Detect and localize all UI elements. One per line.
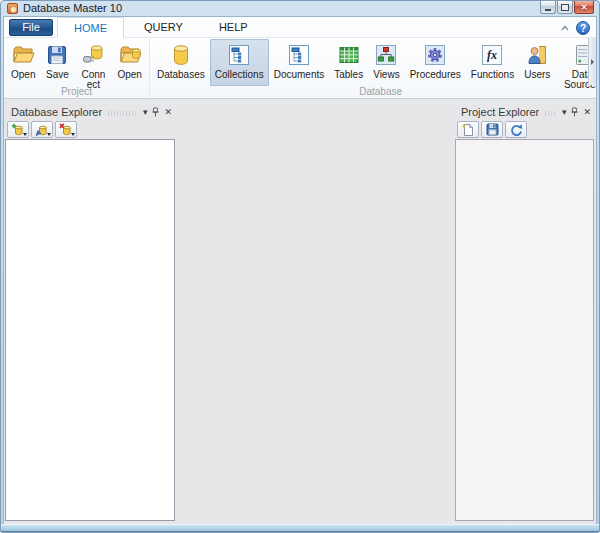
ribbon-button-label: Save (46, 70, 69, 80)
drag-grip (108, 111, 137, 116)
panel-title: Project Explorer (461, 106, 539, 118)
database-cylinder-icon (169, 43, 193, 67)
ribbon-button-label: Databases (157, 70, 205, 80)
documents-tree-icon (287, 43, 311, 67)
connect-button[interactable]: Connect (74, 39, 112, 86)
fx-icon: fx (480, 43, 504, 67)
functions-button[interactable]: fx Functions (466, 39, 519, 86)
chevron-down-icon[interactable]: ▾ (562, 107, 567, 117)
databases-button[interactable]: Databases (152, 39, 210, 86)
chevron-down-icon[interactable]: ▾ (143, 107, 148, 117)
project-explorer-tree[interactable] (455, 139, 594, 521)
tab-home[interactable]: HOME (57, 17, 124, 38)
user-icon (525, 43, 549, 67)
ribbon-button-label: Functions (471, 70, 514, 80)
remove-connection-button[interactable] (55, 121, 77, 138)
project-explorer-header[interactable]: Project Explorer ▾ ✕ (455, 104, 594, 120)
pin-icon[interactable] (570, 107, 579, 118)
tab-query[interactable]: QUERY (128, 17, 199, 37)
table-grid-icon (337, 43, 361, 67)
open-project-icon (118, 43, 142, 67)
minimize-button[interactable] (540, 1, 556, 14)
file-menu-button[interactable]: File (9, 19, 53, 36)
app-icon (7, 3, 18, 14)
ribbon-button-label: Procedures (410, 70, 461, 80)
ribbon-button-label: Views (373, 70, 400, 80)
new-file-icon (461, 123, 475, 137)
app-window: Database Master 10 ✕ File HOME QUERY HEL… (0, 0, 600, 533)
open-button[interactable]: Open (6, 39, 40, 86)
add-connection-button[interactable] (7, 121, 29, 138)
new-item-button[interactable] (457, 121, 479, 138)
refresh-button[interactable] (505, 121, 527, 138)
open-folder-icon (11, 43, 35, 67)
ribbon-button-label: Documents (274, 70, 325, 80)
project-explorer-panel: Project Explorer ▾ ✕ (455, 104, 594, 521)
ribbon-button-label: Users (524, 70, 550, 80)
panel-title: Database Explorer (11, 106, 102, 118)
ribbon-group-label-database: Database (152, 86, 596, 98)
refresh-icon (509, 123, 523, 137)
title-bar[interactable]: Database Master 10 ✕ (1, 1, 599, 16)
save-project-button[interactable] (481, 121, 503, 138)
client-area: File HOME QUERY HELP ? (3, 16, 597, 525)
ribbon-button-label: Open (117, 70, 141, 80)
pin-icon[interactable] (151, 107, 160, 118)
views-diagram-icon (374, 43, 398, 67)
close-panel-icon[interactable]: ✕ (164, 107, 172, 117)
database-explorer-toolbar (5, 120, 175, 139)
save-icon (45, 43, 69, 67)
ribbon-group-database: Databases (150, 38, 596, 98)
save-button[interactable]: Save (40, 39, 74, 86)
collections-tree-icon (227, 43, 251, 67)
maximize-button[interactable] (557, 1, 573, 14)
dropdown-arrow-icon (23, 133, 27, 136)
close-button[interactable]: ✕ (574, 1, 594, 14)
tables-button[interactable]: Tables (329, 39, 368, 86)
database-explorer-tree[interactable] (5, 139, 175, 521)
ribbon-group-project: Open Save (4, 38, 150, 98)
help-icon[interactable]: ? (576, 21, 590, 35)
project-explorer-toolbar (455, 120, 594, 139)
database-explorer-panel: Database Explorer ▾ ✕ (5, 104, 175, 521)
ribbon-scroll-right[interactable] (588, 38, 596, 85)
collections-button[interactable]: Collections (210, 39, 269, 86)
svg-text:fx: fx (487, 48, 497, 62)
edit-connection-button[interactable] (31, 121, 53, 138)
ribbon-group-label-project: Project (6, 86, 147, 98)
ribbon-button-label: Tables (334, 70, 363, 80)
window-controls: ✕ (539, 1, 594, 14)
workspace: Database Explorer ▾ ✕ (4, 100, 596, 524)
close-panel-icon[interactable]: ✕ (583, 107, 591, 117)
documents-button[interactable]: Documents (269, 39, 330, 86)
views-button[interactable]: Views (368, 39, 405, 86)
collapse-ribbon-icon[interactable] (560, 24, 570, 32)
users-button[interactable]: Users (519, 39, 555, 86)
tab-help[interactable]: HELP (203, 17, 264, 37)
ribbon: Open Save (4, 38, 596, 99)
open-project-button[interactable]: Open (112, 39, 146, 86)
ribbon-button-label: Open (11, 70, 35, 80)
ribbon-tab-row: File HOME QUERY HELP ? (4, 17, 596, 38)
dropdown-arrow-icon (71, 133, 75, 136)
connect-database-icon (81, 43, 105, 67)
save-small-icon (486, 123, 499, 136)
procedures-button[interactable]: Procedures (405, 39, 466, 86)
dropdown-arrow-icon (47, 133, 51, 136)
database-explorer-header[interactable]: Database Explorer ▾ ✕ (5, 104, 175, 120)
gear-icon (423, 43, 447, 67)
window-title: Database Master 10 (23, 1, 122, 16)
drag-grip (545, 111, 556, 116)
ribbon-button-label: Collections (215, 70, 264, 80)
